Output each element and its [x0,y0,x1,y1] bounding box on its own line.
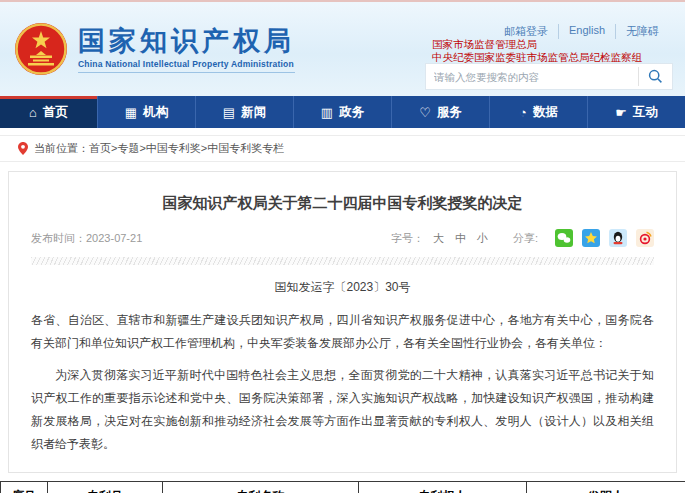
nav-label: 机构 [143,104,168,121]
mail-login-link[interactable]: 邮箱登录 [494,24,558,39]
share-label: 分享: [513,231,538,246]
utility-links: 邮箱登录 English 无障碍 [494,24,669,39]
nav-label: 新闻 [241,104,266,121]
divider-hatched [31,257,654,265]
nav-item-gov-affairs[interactable]: ▥ 政务 [294,96,392,128]
article-panel: 国家知识产权局关于第二十四届中国专利奖授奖的决定 发布时间：2023-07-21… [8,171,677,473]
site-title: 国家知识产权局 [78,26,295,56]
nav-item-data[interactable]: ◔ 数据 [490,96,588,128]
nav-label: 数据 [533,104,558,121]
nav-item-home[interactable]: ⌂ 首页 [0,96,98,128]
home-icon: ⌂ [29,105,37,120]
col-header-patent-name: 专利名称 [163,482,359,493]
patent-award-table: 序号 专利号 专利名称 专利权人 发明人 98 ZL201310403924.1… [0,481,685,493]
nav-label: 服务 [437,104,462,121]
nav-item-interaction[interactable]: ☛ 互动 [588,96,685,128]
col-header-no: 序号 [1,482,48,493]
col-header-patentee: 专利权人 [359,482,527,493]
fontsize-small-button[interactable]: 小 [477,231,488,246]
article-meta: 发布时间：2023-07-21 字号： 大 中 小 分享: [31,229,654,247]
main-nav: ⌂ 首页 ▦ 机构 ▤ 新闻 ▥ 政务 ♡ 服务 ◔ 数据 ☛ 互动 [0,96,685,128]
page: 国家知识产权局 China National Intellectual Prop… [0,0,685,493]
nav-item-services[interactable]: ♡ 服务 [392,96,490,128]
site-logo[interactable]: 国家知识产权局 China National Intellectual Prop… [14,22,295,76]
search-input[interactable] [426,71,638,83]
table-header-row: 序号 专利号 专利名称 专利权人 发明人 [1,482,685,493]
col-header-inventors: 发明人 [527,482,685,493]
weibo-share-icon[interactable] [636,229,654,247]
wechat-share-icon[interactable] [555,229,573,247]
institution-icon: ▦ [125,105,137,120]
search-icon [648,69,663,84]
article-paragraph: 为深入贯彻落实习近平新时代中国特色社会主义思想，全面贯彻党的二十大精神，认真落实… [31,364,654,456]
fontsize-large-button[interactable]: 大 [433,231,444,246]
english-link[interactable]: English [558,24,615,39]
fontsize-label: 字号： [391,231,424,246]
publish-date: 发布时间：2023-07-21 [31,231,142,246]
related-gov-links: 国家市场监督管理总局 中央纪委国家监委驻市场监管总局纪检监察组 [432,38,642,64]
qzone-share-icon[interactable] [582,229,600,247]
article-title: 国家知识产权局关于第二十四届中国专利奖授奖的决定 [31,194,654,213]
qq-share-icon[interactable] [609,229,627,247]
fontsize-medium-button[interactable]: 中 [455,231,466,246]
search-box [425,63,673,90]
nav-item-institutions[interactable]: ▦ 机构 [98,96,196,128]
national-emblem-icon [14,22,68,76]
site-subtitle: China National Intellectual Property Adm… [78,59,295,73]
nav-label: 首页 [43,104,68,121]
breadcrumb: 当前位置： 首页>专题>中国专利奖>中国专利奖专栏 [0,135,685,162]
pie-chart-icon: ◔ [519,105,527,120]
breadcrumb-label: 当前位置： [34,141,89,156]
hand-icon: ☛ [615,105,627,120]
location-pin-icon [18,142,28,155]
document-number: 国知发运字〔2023〕30号 [31,279,654,296]
accessibility-link[interactable]: 无障碍 [615,24,669,39]
search-button[interactable] [638,67,672,86]
nav-label: 政务 [339,104,364,121]
breadcrumb-path[interactable]: 首页>专题>中国专利奖>中国专利奖专栏 [89,141,284,156]
site-header: 国家知识产权局 China National Intellectual Prop… [0,2,685,96]
article-paragraph: 各省、自治区、直辖市和新疆生产建设兵团知识产权局，四川省知识产权服务促进中心，各… [31,309,654,355]
nav-label: 互动 [633,104,658,121]
news-icon: ▤ [223,105,235,120]
service-icon: ♡ [419,105,431,120]
nav-item-news[interactable]: ▤ 新闻 [196,96,294,128]
document-icon: ▥ [321,105,333,120]
brand-text: 国家知识产权局 China National Intellectual Prop… [78,26,295,73]
col-header-patent-id: 专利号 [48,482,163,493]
samr-link[interactable]: 国家市场监督管理总局 [432,38,642,51]
